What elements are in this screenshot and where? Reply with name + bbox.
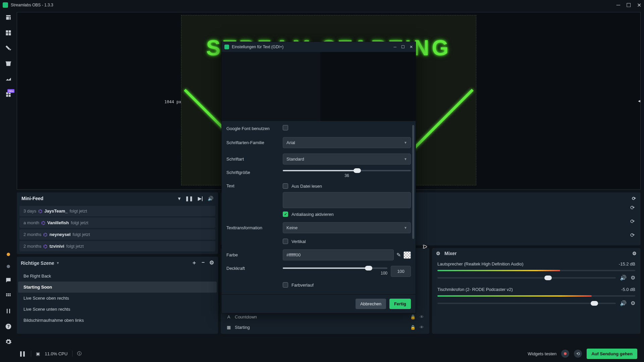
done-button[interactable]: Fertig <box>389 299 411 309</box>
checkbox-read-file[interactable] <box>283 183 288 189</box>
mixer-channel-db: -15.2 dB <box>619 261 635 266</box>
input-opacity-number[interactable]: 100 <box>391 266 411 277</box>
checkbox-gradient[interactable] <box>283 282 288 288</box>
statusbar-info-icon[interactable]: ⓘ <box>77 351 82 357</box>
select-font-family-value: Arial <box>286 140 295 145</box>
scene-row[interactable]: Bildschirmaufnahme oben links <box>18 315 217 326</box>
scene-row[interactable]: Live Scene unten rechts <box>18 304 217 315</box>
feed-replay-2-icon[interactable]: ⟳ <box>630 204 635 211</box>
dialog-maximize-icon[interactable]: ☐ <box>401 45 405 49</box>
twitch-icon: ⌬ <box>41 221 45 225</box>
cancel-button[interactable]: Abbrechen <box>356 299 386 309</box>
status-indicator-warning[interactable] <box>7 253 10 256</box>
feed-replay-3-icon[interactable]: ⟳ <box>630 218 635 225</box>
left-sidebar: Neu <box>0 10 17 362</box>
nav-editor-icon[interactable] <box>5 14 12 21</box>
nav-studio-icon[interactable] <box>5 308 12 314</box>
nav-layout-icon[interactable] <box>5 29 12 36</box>
scene-row[interactable]: Live Scene oben rechts <box>18 293 217 304</box>
scene-row[interactable]: Starting Soon <box>18 282 217 293</box>
dialog-titlebar[interactable]: Einstellungen für Text (GDI+) ─ ☐ ✕ <box>222 42 416 52</box>
dialog-close-icon[interactable]: ✕ <box>410 45 413 49</box>
nav-store-icon[interactable] <box>5 60 12 67</box>
widgets-test-button[interactable]: Widgets testen <box>528 351 556 356</box>
feed-replay-1-icon[interactable]: ⟳ <box>632 196 636 201</box>
minifeed-mute-icon[interactable]: 🔊 <box>208 196 213 201</box>
scene-collection-label[interactable]: Richtige Szene <box>21 260 54 266</box>
scene-settings-icon[interactable]: ⚙ <box>209 259 214 266</box>
window-maximize-icon[interactable]: ☐ <box>626 2 631 8</box>
select-font-style-value: Standard <box>286 157 304 162</box>
mixer-channel-settings-icon[interactable]: ⚙ <box>631 275 635 281</box>
nav-dashboard-icon[interactable] <box>5 76 12 82</box>
mixer-channel-settings-icon[interactable]: ⚙ <box>631 300 635 306</box>
source-lock-icon[interactable]: 🔒 <box>410 314 416 319</box>
scene-row[interactable]: Be Right Back <box>18 270 217 282</box>
textarea-text[interactable] <box>283 192 411 208</box>
minifeed-filter-icon[interactable]: ▾ <box>178 196 180 201</box>
statusbar-divider <box>31 351 31 357</box>
label-text: Text <box>226 183 279 188</box>
source-label: Countdown <box>235 314 257 319</box>
feed-row[interactable]: 3 days⌬JaysTeam_folgt jetzt <box>19 206 215 216</box>
dialog-scrollbar[interactable] <box>412 125 414 239</box>
record-button[interactable] <box>561 350 569 358</box>
mixer-advanced-icon[interactable]: ⚙ <box>436 251 440 256</box>
nav-themes-icon[interactable] <box>5 45 12 52</box>
checkbox-google-font[interactable] <box>283 125 288 130</box>
mixer-mute-icon[interactable]: 🔊 <box>620 300 627 306</box>
minifeed-pause-icon[interactable]: ❚❚ <box>185 196 193 201</box>
label-color: Farbe <box>226 252 279 257</box>
select-text-transform[interactable]: Keine ▼ <box>283 222 411 233</box>
mixer-channel-name: Tischmikrofon (2- RODE Podcaster v2) <box>437 287 513 292</box>
source-row[interactable]: ▦Starting🔒👁 <box>222 322 428 333</box>
window-minimize-icon[interactable]: ─ <box>616 2 620 8</box>
source-visibility-icon[interactable]: 👁 <box>420 325 424 330</box>
nav-chat-icon[interactable] <box>5 277 12 284</box>
nav-help-icon[interactable] <box>5 323 12 330</box>
select-font-family[interactable]: Arial ▼ <box>283 137 411 148</box>
nav-settings-icon[interactable] <box>5 339 12 345</box>
select-font-style[interactable]: Standard ▼ <box>283 154 411 165</box>
feed-replay-4-icon[interactable]: ⟳ <box>630 232 635 238</box>
statusbar-stats-icon[interactable]: ▌▌ <box>20 351 26 356</box>
mixer-settings-icon[interactable]: ⚙ <box>632 251 637 256</box>
minifeed-skip-icon[interactable]: ▶| <box>198 196 203 201</box>
checkbox-antialias[interactable] <box>283 212 288 217</box>
label-opacity: Deckkraft <box>226 266 279 271</box>
twitch-icon: ⌬ <box>43 232 47 237</box>
input-color-hex[interactable]: #ffffff00 <box>283 249 394 260</box>
feed-row[interactable]: a month⌬Vanillefishfolgt jetzt <box>19 218 215 228</box>
feed-action: folgt jetzt <box>66 244 84 249</box>
mixer-mute-icon[interactable]: 🔊 <box>620 275 627 281</box>
mixer-fader[interactable] <box>437 277 616 279</box>
dialog-title-text: Einstellungen für Text (GDI+) <box>232 45 283 49</box>
color-swatch[interactable] <box>404 251 411 259</box>
feed-username: tzvinivi <box>49 244 64 249</box>
feed-row[interactable]: 2 months⌬tzvinivifolgt jetzt <box>19 241 215 251</box>
feed-time: 2 months <box>23 232 41 237</box>
go-live-button[interactable]: Auf Sendung gehen <box>587 349 637 359</box>
eyedropper-icon[interactable]: ✎ <box>396 252 401 258</box>
status-indicator-idle[interactable] <box>7 265 10 268</box>
statusbar-cpu-icon: ▣ <box>36 351 40 356</box>
source-visibility-icon[interactable]: 👁 <box>420 314 424 319</box>
scene-collection-dropdown-icon[interactable]: ▼ <box>56 261 60 265</box>
preview-height-label: 1044 px <box>164 100 181 104</box>
mixer-fader[interactable] <box>437 303 616 304</box>
window-close-icon[interactable]: ✕ <box>637 2 641 8</box>
source-lock-icon[interactable]: 🔒 <box>410 325 416 330</box>
preview-collapse-handle[interactable]: ◀ <box>638 99 641 103</box>
input-color-hex-value: #ffffff00 <box>286 252 301 257</box>
dialog-minimize-icon[interactable]: ─ <box>393 45 396 49</box>
checkbox-vertical[interactable] <box>283 239 288 244</box>
nav-grid-icon[interactable] <box>5 292 12 299</box>
titlebar: Streamlabs OBS - 1.3.3 ─ ☐ ✕ <box>0 0 644 10</box>
feed-action: folgt jetzt <box>69 208 87 214</box>
scene-remove-icon[interactable]: − <box>202 259 205 266</box>
replay-buffer-button[interactable]: ⟲ <box>574 350 582 358</box>
feed-row[interactable]: 2 months⌬neyneyselfolgt jetzt <box>19 229 215 240</box>
slider-font-size[interactable] <box>283 170 411 171</box>
slider-opacity[interactable] <box>283 267 387 269</box>
scene-add-icon[interactable]: ＋ <box>192 259 197 266</box>
